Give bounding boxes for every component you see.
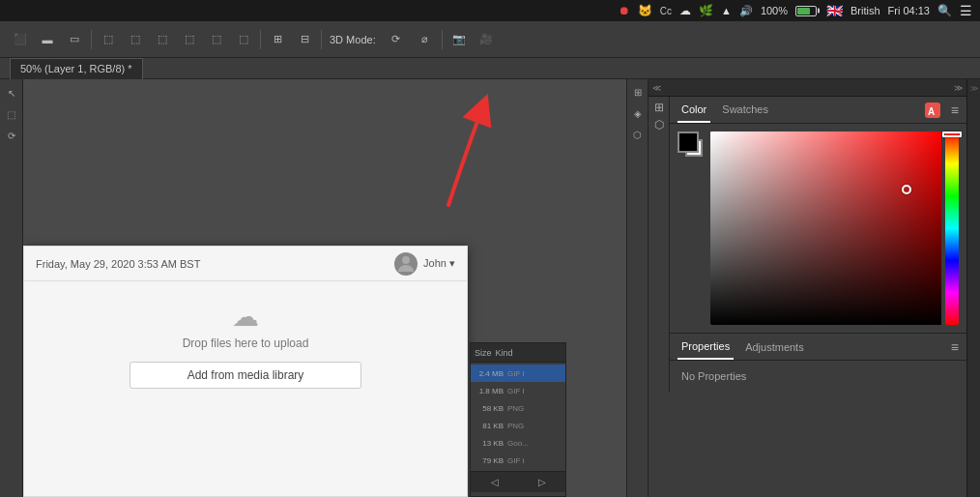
files-kind-col: Kind [496,348,513,358]
file-size-2: 1.8 MB [475,387,504,395]
fg-color-swatch[interactable] [677,132,699,153]
cat-icon[interactable]: 🐱 [638,4,652,17]
file-row-6[interactable]: 79 KB GIF I [471,452,565,469]
file-size-4: 81 KB [475,422,504,430]
toolbar-align-top[interactable]: ⬛ [8,27,33,52]
file-row-4[interactable]: 81 KB PNG [471,417,565,434]
toolbar-dist-3[interactable]: ⬚ [150,27,175,52]
color-field-cursor [902,185,911,194]
tab-properties[interactable]: Properties [677,334,734,360]
panel-collapse-left[interactable]: ≪ [652,83,661,93]
file-row-1[interactable]: 2.4 MB GIF I [471,365,565,382]
tab-color[interactable]: Color [677,97,710,123]
wp-media-library-btn[interactable]: Add from media library [130,362,361,389]
toolbar-sep-2 [260,30,261,49]
tab-adjustments[interactable]: Adjustments [741,334,808,360]
wifi-icon: ▲ [721,5,732,16]
record-icon[interactable]: ⏺ [619,4,630,17]
tool-select[interactable]: ⬚ [2,104,21,124]
language-label[interactable]: British [850,5,880,16]
gradient-picker [710,132,959,325]
hue-slider[interactable] [945,132,959,325]
leaf-icon[interactable]: 🌿 [699,4,713,17]
toolbar-sep-3 [321,30,322,49]
toolbar-align-3[interactable]: ▭ [62,27,87,52]
hue-slider-thumb [942,132,962,137]
file-size-5: 13 KB [475,439,504,448]
toolbar-cam-1[interactable]: 📷 [447,27,472,52]
panel-collapse-right[interactable]: ≫ [954,83,963,93]
tool-move[interactable]: ↖ [2,83,21,102]
doc-tab-title: 50% (Layer 1, RGB/8) * [20,63,132,74]
properties-tabs: Properties Adjustments ≡ [670,334,966,361]
properties-panel-menu[interactable]: ≡ [951,339,959,355]
toolbar-dist-1[interactable]: ⬚ [96,27,121,52]
toolbar-3d-2[interactable]: ⌀ [413,27,438,52]
toolbar-dist-2[interactable]: ⬚ [123,27,148,52]
files-footer-btn-1[interactable]: ◁ [491,477,499,487]
canvas-area: Friday, May 29, 2020 3:53 AM BST John ▾ … [23,79,626,497]
cloud-icon[interactable]: ☁ [679,4,691,17]
volume-icon: 🔊 [739,5,753,17]
file-size-1: 2.4 MB [475,369,504,378]
properties-content: No Properties [670,361,966,392]
side-icon-cube[interactable]: ⬡ [629,126,647,143]
files-footer-btn-2[interactable]: ▷ [538,477,546,487]
battery-pct: 100% [761,5,788,16]
file-kind-3: PNG [507,404,524,413]
color-panel-menu[interactable]: ≡ [951,102,959,118]
toolbar-cam-2[interactable]: 🎥 [474,27,499,52]
file-kind-6: GIF I [507,456,525,465]
wp-username[interactable]: John ▾ [423,257,455,270]
color-picker-section [670,124,966,333]
flag-icon: 🇬🇧 [826,3,843,18]
files-panel: Size Kind 2.4 MB GIF I 1.8 MB GIF I 58 K… [470,342,566,497]
doc-title-bar: 50% (Layer 1, RGB/8) * [0,58,980,79]
wp-upload-area[interactable]: ☁ Drop files here to upload [40,301,451,350]
toolbar-extra-2[interactable]: ⊟ [292,27,317,52]
toolbar-sep-1 [91,30,92,49]
doc-tab[interactable]: 50% (Layer 1, RGB/8) * [10,58,143,79]
right-panel-icon-2[interactable]: ⬡ [654,118,664,132]
tab-swatches[interactable]: Swatches [718,97,772,123]
search-icon[interactable]: 🔍 [937,4,952,17]
no-properties-text: No Properties [681,370,746,382]
wp-drop-label: Drop files here to upload [183,336,309,350]
cc-icon[interactable]: Cc [660,6,672,16]
toolbar-sep-4 [442,30,443,49]
file-kind-4: PNG [507,422,524,430]
toolbar-dist-5[interactable]: ⬚ [204,27,229,52]
main-layout: ↖ ⬚ ⟳ Friday, May 29, 2020 3:53 AM BST J… [0,79,980,497]
file-kind-2: GIF I [507,387,525,395]
right-panel-icon-1[interactable]: ⊞ [654,101,664,114]
files-header: Size Kind [471,343,565,363]
side-icon-bar: ⊞ ◈ ⬡ [626,79,648,497]
menu-bar: ⏺ 🐱 Cc ☁ 🌿 ▲ 🔊 100% 🇬🇧 British Fri 04:13… [0,0,980,21]
file-row-2[interactable]: 1.8 MB GIF I [471,382,565,399]
properties-section: Properties Adjustments ≡ No Properties [670,333,966,392]
file-kind-1: GIF I [507,369,525,378]
side-icon-3d[interactable]: ◈ [629,104,647,122]
left-sidebar: ↖ ⬚ ⟳ [0,79,23,497]
tool-lasso[interactable]: ⟳ [2,126,21,145]
file-row-5[interactable]: 13 KB Goo... [471,434,565,452]
color-field[interactable] [710,132,941,325]
menu-icon[interactable]: ☰ [960,3,972,18]
far-right-collapse-btn[interactable]: ≫ [969,83,979,93]
toolbar-dist-4[interactable]: ⬚ [177,27,202,52]
adobe-icon: A [922,100,943,121]
side-icon-layers[interactable]: ⊞ [629,83,647,101]
arrow-annotation [390,89,506,205]
toolbar-align-2[interactable]: ▬ [35,27,60,52]
color-field-overlay [710,132,941,325]
svg-text:A: A [928,106,935,117]
fg-bg-indicator[interactable] [677,132,705,159]
wp-uploader-window: Friday, May 29, 2020 3:53 AM BST John ▾ … [23,246,468,497]
file-row-3[interactable]: 58 KB PNG [471,399,565,417]
wp-body: ☁ Drop files here to upload Add from med… [24,281,467,408]
toolbar: ⬛ ▬ ▭ ⬚ ⬚ ⬚ ⬚ ⬚ ⬚ ⊞ ⊟ 3D Mode: ⟳ ⌀ 📷 🎥 [0,21,980,58]
toolbar-extra-1[interactable]: ⊞ [265,27,290,52]
toolbar-3d-1[interactable]: ⟳ [382,27,411,52]
toolbar-dist-6[interactable]: ⬚ [231,27,256,52]
file-size-6: 79 KB [475,456,504,465]
